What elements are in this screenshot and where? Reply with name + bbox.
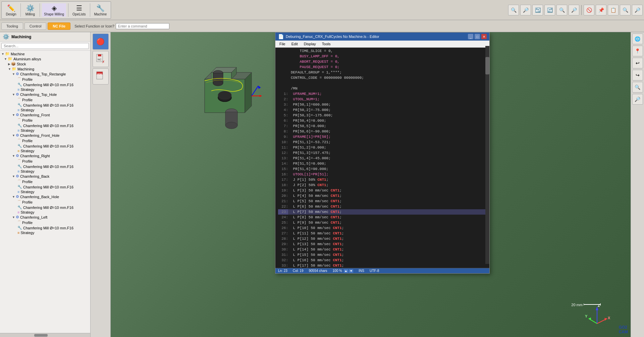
code-line-14: 14: PR[51,5]=0.000;: [278, 161, 487, 166]
tree-profile-6[interactable]: ⌒ Profile: [0, 179, 90, 184]
tree-profile-8[interactable]: ⌒ Profile: [0, 220, 90, 225]
tool-icon-5: 🔧: [17, 164, 22, 169]
code-line-22: 22: L P[6] 50 mm/sec CNT1;: [278, 204, 487, 209]
tree-tool-5[interactable]: 🔧 Chamfering Mill Ø=10 mm.F16: [0, 164, 90, 169]
top-right-btn4[interactable]: ↪️: [544, 5, 555, 15]
tree-tool-4[interactable]: 🔧 Chamfering Mill Ø=10 mm.F16: [0, 144, 90, 149]
editor-scroll-thumb[interactable]: [485, 57, 489, 74]
top-right-btn3[interactable]: ↩️: [532, 5, 543, 15]
shape-milling-btn[interactable]: ◈ Shape Milling: [42, 3, 66, 17]
code-line-29: 29: L P[13] 50 mm/sec CNT1;: [278, 241, 487, 247]
zoom-up-btn[interactable]: ▲: [344, 269, 348, 273]
nc-icon: 🔴: [96, 38, 105, 46]
tree-chamf-front[interactable]: ▼ ⚙ Chamfering_Front: [0, 112, 90, 117]
tree-chamf-front-hole[interactable]: ▼ ⚙ Chamfering_Front_Hole: [0, 133, 90, 138]
control-tab[interactable]: Control: [24, 22, 46, 30]
code-line-2: 2: UTOOL_NUM=1;: [278, 97, 487, 102]
nc-file-tab[interactable]: NC File: [48, 22, 70, 30]
bottom-scrollbar[interactable]: [0, 333, 90, 337]
tree-chamf-back-hole[interactable]: ▼ ⚙ Chamfering_Back_Hole: [0, 194, 90, 199]
tools-menu[interactable]: Tools: [319, 41, 333, 47]
code-line-17: 17: J P[1] 50% CNT1;: [278, 177, 487, 182]
close-btn[interactable]: ✕: [481, 34, 487, 39]
machining-label: Machining: [11, 35, 31, 39]
milling-btn[interactable]: ⚙️ Milling: [23, 3, 38, 17]
tree-profile-3[interactable]: ⌒ Profile: [0, 117, 90, 123]
tree-machine[interactable]: ▼ 📁 Machine: [0, 51, 90, 56]
tree-profile-1[interactable]: ⌒ Profile: [0, 76, 90, 82]
machining-icon: ⚙️: [3, 34, 9, 40]
file-icon-btn[interactable]: NC ✗: [93, 51, 109, 67]
top-right-btn7[interactable]: 🚫: [584, 5, 594, 15]
far-right-btn2[interactable]: 📍: [632, 46, 643, 56]
tree-profile-4[interactable]: ⌒ Profile: [0, 138, 90, 144]
tree-profile-5[interactable]: ⌒ Profile: [0, 158, 90, 164]
opelists-icon: ☰: [76, 4, 82, 12]
tree-profile-7[interactable]: ⌒ Profile: [0, 199, 90, 205]
scroll-thumb[interactable]: [34, 334, 48, 337]
tree-strategy-1[interactable]: ≡ Strategy: [0, 87, 90, 92]
top-right-btn6[interactable]: 🔎: [569, 5, 579, 15]
tree-strategy-8[interactable]: ≡ Strategy: [0, 230, 90, 235]
tree-chamf-top-rect[interactable]: ▼ ⚙ Chamfering_Top_Rectangle: [0, 71, 90, 76]
far-right-btn4[interactable]: ↪: [632, 70, 643, 80]
tree-strategy-5[interactable]: ≡ Strategy: [0, 169, 90, 174]
tree-chamf-left[interactable]: ▼ ⚙ Chamfering_Left: [0, 215, 90, 220]
pdf-icon-btn[interactable]: PDF: [93, 68, 109, 85]
file-menu[interactable]: File: [277, 41, 288, 47]
opelists-btn[interactable]: ☰ OpeLists: [70, 3, 88, 17]
tree-tool-3[interactable]: 🔧 Chamfering Mill Ø=10 mm.F16: [0, 123, 90, 128]
sep2: [40, 3, 40, 17]
code-line-6: 6: PR[50,4]=0.000;: [278, 118, 487, 123]
code-line-bl: BUSY_LAMP_OFF = 0,: [278, 54, 487, 59]
top-right-btn1[interactable]: 🔍: [508, 5, 519, 15]
tree-panel: ▼ 📁 Machine ▼ 📁 Aluminium alloys ▶ 📦 Sto…: [0, 51, 90, 333]
far-right-btn6[interactable]: 🔎: [632, 94, 643, 105]
machining2-folder-icon: 📁: [12, 67, 16, 71]
editor-scrollbar[interactable]: [485, 46, 489, 264]
tree-tool-8[interactable]: 🔧 Chamfering Mill Ø=10 mm.F16: [0, 225, 90, 230]
top-right-btn8[interactable]: 📌: [596, 5, 606, 15]
tree-strategy-4[interactable]: ≡ Strategy: [0, 149, 90, 153]
tree-profile-2[interactable]: ⌒ Profile: [0, 97, 90, 103]
tree-tool-6[interactable]: 🔧 Chamfering Mill Ø=10 mm.F16: [0, 184, 90, 189]
top-right-btn9[interactable]: 📋: [608, 5, 619, 15]
tree-chamf-top-hole[interactable]: ▼ ⚙ Chamfering_Top_Hole: [0, 92, 90, 97]
tree-aluminium[interactable]: ▼ 📁 Aluminium alloys: [0, 56, 90, 61]
top-right-btn11[interactable]: 🔎: [632, 5, 643, 15]
top-right-btn5[interactable]: 🔍: [556, 5, 567, 15]
design-btn[interactable]: ✏️ Design: [4, 3, 18, 17]
far-right-btn5[interactable]: 🔍: [632, 82, 643, 93]
tree-strategy-6[interactable]: ≡ Strategy: [0, 189, 90, 194]
machine-btn[interactable]: 🔧 Machine: [92, 3, 109, 17]
search-input[interactable]: [1, 43, 89, 49]
tooling-tab[interactable]: Tooling: [1, 22, 23, 30]
go2cam-logo: GO2 CAM: [619, 325, 628, 334]
display-menu[interactable]: Display: [301, 41, 319, 47]
editor-titlebar[interactable]: 📄 Deburing_Fanuc_CRX_FullCycles No Machi…: [275, 33, 489, 41]
minimize-btn[interactable]: _: [468, 34, 473, 39]
tree-strategy-3[interactable]: ≡ Strategy: [0, 128, 90, 133]
far-right-btn1[interactable]: 🌐: [632, 34, 643, 44]
tree-tool-1[interactable]: 🔧 Chamfering Mill Ø=10 mm.F16: [0, 82, 90, 87]
op-icon-3: ⚙: [16, 113, 19, 117]
tree-tool-7[interactable]: 🔧 Chamfering Mill Ø=10 mm.F16: [0, 205, 90, 210]
tree-chamf-right[interactable]: ▼ ⚙ Chamfering_Right: [0, 153, 90, 158]
tree-tool-2[interactable]: 🔧 Chamfering Mill Ø=10 mm.F16: [0, 103, 90, 108]
tree-strategy-2[interactable]: ≡ Strategy: [0, 108, 90, 112]
maximize-btn[interactable]: □: [475, 34, 480, 39]
tree-machining[interactable]: ▼ 📁 Machining: [0, 66, 90, 71]
top-right-btn10[interactable]: 🔍: [620, 5, 631, 15]
tree-chamf-back[interactable]: ▼ ⚙ Chamfering_Back: [0, 174, 90, 179]
nc-icon-btn[interactable]: 🔴: [93, 34, 109, 50]
far-right-btn3[interactable]: ↩: [632, 58, 643, 68]
viewport[interactable]: 20 mm Z X Y GO2 C: [111, 32, 631, 337]
editor-content[interactable]: TIME_SLICE = 0, BUSY_LAMP_OFF = 0, ABORT…: [275, 48, 489, 268]
tree-strategy-7[interactable]: ≡ Strategy: [0, 210, 90, 215]
tree-stock[interactable]: ▶ 📦 Stock: [0, 61, 90, 66]
command-input[interactable]: [116, 23, 169, 29]
zoom-down-btn[interactable]: ▼: [349, 269, 353, 273]
edit-menu[interactable]: Edit: [289, 41, 301, 47]
top-right-btn2[interactable]: 🔎: [520, 5, 531, 15]
profile-icon-6: ⌒: [17, 179, 21, 184]
